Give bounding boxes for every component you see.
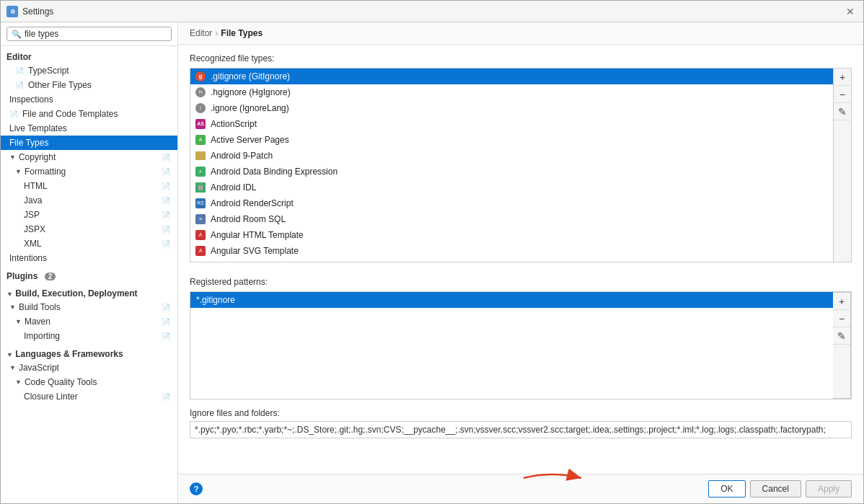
bottom-bar: ? OK [178, 474, 863, 503]
file-type-row[interactable]: ≡ Android Room SQL [190, 211, 833, 227]
add-file-type-button[interactable]: + [834, 68, 851, 86]
settings-icon: 📄 [162, 332, 172, 340]
file-type-row[interactable]: i .ignore (IgnoreLang) [190, 100, 833, 116]
caret-icon: ▼ [9, 154, 16, 161]
panel-content: Recognized file types: g .gitignore (Git… [178, 45, 863, 474]
file-type-row[interactable]: A Android Data Binding Expression [190, 164, 833, 180]
sidebar-item-intentions[interactable]: Intentions [1, 251, 177, 265]
sidebar-item-maven[interactable]: ▼ Maven 📄 [1, 314, 177, 329]
sidebar-item-javascript[interactable]: ▼ JavaScript [1, 361, 177, 375]
caret-icon: ▼ [6, 291, 13, 298]
sidebar-item-closure-linter[interactable]: Closure Linter 📄 [1, 389, 177, 404]
patterns-label: Registered patterns: [190, 277, 852, 287]
file-type-row[interactable]: Android 9-Patch [190, 148, 833, 164]
file-type-icon: A [195, 134, 206, 146]
sidebar-item-other-file-types[interactable]: 📄 Other File Types [1, 78, 177, 92]
patterns-section: *.gitignore + − ✎ [190, 291, 852, 399]
sidebar-item-typescript[interactable]: 📄 TypeScript [1, 63, 177, 78]
caret-icon: ▼ [15, 168, 22, 175]
caret-icon: ▼ [6, 351, 13, 358]
sidebar-item-java[interactable]: Java 📄 [1, 193, 177, 208]
sidebar-section-editor: Editor [1, 49, 177, 63]
file-type-label: Android Room SQL [211, 214, 286, 224]
file-icon: 📄 [15, 81, 25, 89]
plugins-badge: 2 [45, 273, 56, 280]
file-type-row[interactable]: g .gitignore (GitIgnore) [190, 68, 833, 84]
file-type-row[interactable]: z Archive [190, 259, 833, 262]
add-pattern-button[interactable]: + [833, 293, 850, 310]
file-type-label: Archive [211, 262, 239, 262]
sidebar-section-languages: ▼ Languages & Frameworks [1, 346, 177, 361]
sidebar-item-file-and-code-templates[interactable]: 📄 File and Code Templates [1, 107, 177, 121]
file-types-section: g .gitignore (GitIgnore) h .hgignore (Hg… [190, 68, 852, 262]
sidebar-item-jsp[interactable]: JSP 📄 [1, 208, 177, 222]
sidebar-item-importing[interactable]: Importing 📄 [1, 329, 177, 343]
file-type-row[interactable]: h .hgignore (HgIgnore) [190, 84, 833, 100]
file-type-icon: RS [195, 198, 206, 209]
close-button[interactable]: ✕ [843, 4, 858, 19]
file-type-icon: 🤖 [195, 182, 206, 193]
patterns-actions: + − ✎ [833, 292, 851, 399]
sidebar-tree: Editor 📄 TypeScript 📄 Other File Types I… [1, 46, 177, 503]
file-type-row[interactable]: AS ActionScript [190, 116, 833, 132]
sidebar-item-jspx[interactable]: JSPX 📄 [1, 222, 177, 236]
ignore-section: Ignore files and folders: [190, 408, 852, 438]
caret-icon: ▼ [15, 318, 22, 325]
settings-icon: 📄 [162, 318, 172, 326]
window-title: Settings [22, 6, 53, 17]
app-icon: ⚙ [6, 6, 18, 17]
file-type-icon: A [195, 166, 206, 177]
sidebar-item-live-templates[interactable]: Live Templates [1, 121, 177, 136]
breadcrumb: Editor › File Types [178, 22, 863, 45]
file-type-row[interactable]: A Active Server Pages [190, 132, 833, 148]
file-type-icon: i [195, 102, 206, 114]
pattern-row[interactable]: *.gitignore [190, 292, 833, 308]
file-type-label: .ignore (IgnoreLang) [211, 103, 289, 113]
patterns-list-wrap: *.gitignore + − ✎ [190, 291, 852, 399]
edit-pattern-button[interactable]: ✎ [833, 327, 850, 345]
file-type-icon: ≡ [195, 213, 206, 225]
remove-pattern-button[interactable]: − [833, 310, 850, 327]
file-icon: 📄 [162, 197, 172, 205]
file-type-icon: g [195, 71, 206, 82]
file-type-label: ActionScript [211, 119, 257, 129]
remove-file-type-button[interactable]: − [834, 86, 851, 103]
ignore-input[interactable] [190, 421, 852, 438]
sidebar-item-inspections[interactable]: Inspections [1, 92, 177, 107]
caret-icon: ▼ [9, 364, 16, 371]
help-button[interactable]: ? [190, 482, 203, 495]
edit-file-type-button[interactable]: ✎ [834, 103, 851, 120]
right-panel: Editor › File Types Recognized file type… [178, 22, 863, 503]
file-icon: 📄 [15, 67, 25, 75]
file-type-row[interactable]: RS Android RenderScript [190, 195, 833, 211]
file-type-label: Active Server Pages [211, 135, 289, 145]
apply-button[interactable]: Apply [806, 480, 852, 498]
patterns-list[interactable]: *.gitignore [190, 292, 833, 399]
file-type-row[interactable]: 🤖 Android IDL [190, 180, 833, 195]
file-type-icon: A [195, 229, 206, 241]
settings-icon: 📄 [162, 168, 172, 176]
search-icon: 🔍 [12, 30, 22, 39]
sidebar-item-code-quality-tools[interactable]: ▼ Code Quality Tools [1, 375, 177, 389]
file-icon: 📄 [9, 110, 19, 118]
sidebar-item-file-types[interactable]: File Types [1, 136, 177, 150]
bottom-left: ? [190, 482, 203, 495]
sidebar-item-formatting[interactable]: ▼ Formatting 📄 [1, 164, 177, 179]
recognized-label: Recognized file types: [190, 53, 852, 63]
file-types-list[interactable]: g .gitignore (GitIgnore) h .hgignore (Hg… [190, 68, 834, 262]
ignore-label: Ignore files and folders: [190, 408, 852, 418]
caret-icon: ▼ [15, 379, 22, 386]
sidebar-item-copyright[interactable]: ▼ Copyright 📄 [1, 150, 177, 164]
sidebar-item-html[interactable]: HTML 📄 [1, 179, 177, 193]
search-input[interactable] [25, 29, 167, 39]
cancel-button[interactable]: Cancel [750, 480, 801, 498]
file-type-row[interactable]: A Angular SVG Template [190, 243, 833, 259]
search-wrap: 🔍 [6, 27, 172, 41]
sidebar-item-xml[interactable]: XML 📄 [1, 236, 177, 251]
file-type-label: Android Data Binding Expression [211, 167, 338, 177]
file-type-row[interactable]: A Angular HTML Template [190, 227, 833, 243]
sidebar-item-build-tools[interactable]: ▼ Build Tools 📄 [1, 300, 177, 314]
file-type-icon: h [195, 87, 206, 98]
search-box: 🔍 [1, 22, 177, 46]
ok-button[interactable]: OK [708, 480, 745, 498]
